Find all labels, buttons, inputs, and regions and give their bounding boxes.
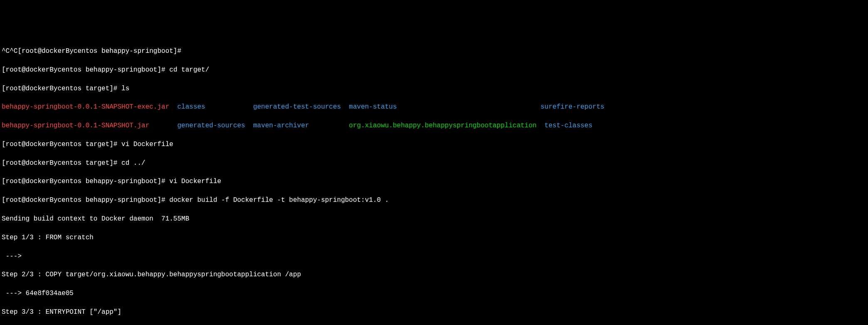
output-line: ^C^C[root@dockerBycentos behappy-springb…: [2, 47, 866, 56]
file-app: org.xiaowu.behappy.behappyspringbootappl…: [349, 122, 536, 129]
dir-surefire: surefire-reports: [540, 103, 604, 111]
build-output: Step 3/3 : ENTRYPOINT ["/app"]: [2, 308, 866, 317]
dir-gensrc: generated-sources: [177, 122, 245, 129]
command-line: [root@dockerBycentos target]# cd ../: [2, 159, 866, 168]
command-line: [root@dockerBycentos behappy-springboot]…: [2, 65, 866, 74]
command-line: [root@dockerBycentos target]# ls: [2, 84, 866, 93]
dir-gentest: generated-test-sources: [253, 103, 341, 111]
command-line: [root@dockerBycentos target]# vi Dockerf…: [2, 140, 866, 149]
dir-classes: classes: [177, 103, 205, 111]
build-output: Sending build context to Docker daemon 7…: [2, 214, 866, 223]
dir-maven-status: maven-status: [349, 103, 397, 111]
terminal-window[interactable]: ^C^C[root@dockerBycentos behappy-springb…: [0, 37, 868, 325]
command-line: [root@dockerBycentos behappy-springboot]…: [2, 196, 866, 205]
file-jar: behappy-springboot-0.0.1-SNAPSHOT-exec.j…: [2, 103, 169, 111]
build-output: --->: [2, 252, 866, 261]
build-output: Step 1/3 : FROM scratch: [2, 233, 866, 242]
ls-output-row: behappy-springboot-0.0.1-SNAPSHOT-exec.j…: [2, 102, 866, 112]
command-line: [root@dockerBycentos behappy-springboot]…: [2, 177, 866, 186]
file-jar: behappy-springboot-0.0.1-SNAPSHOT.jar: [2, 122, 149, 129]
build-output: Step 2/3 : COPY target/org.xiaowu.behapp…: [2, 270, 866, 279]
build-output: ---> 64e8f034ae05: [2, 289, 866, 298]
dir-maven-archiver: maven-archiver: [253, 122, 309, 129]
ls-output-row: behappy-springboot-0.0.1-SNAPSHOT.jar ge…: [2, 121, 866, 130]
dir-test-classes: test-classes: [545, 122, 592, 129]
